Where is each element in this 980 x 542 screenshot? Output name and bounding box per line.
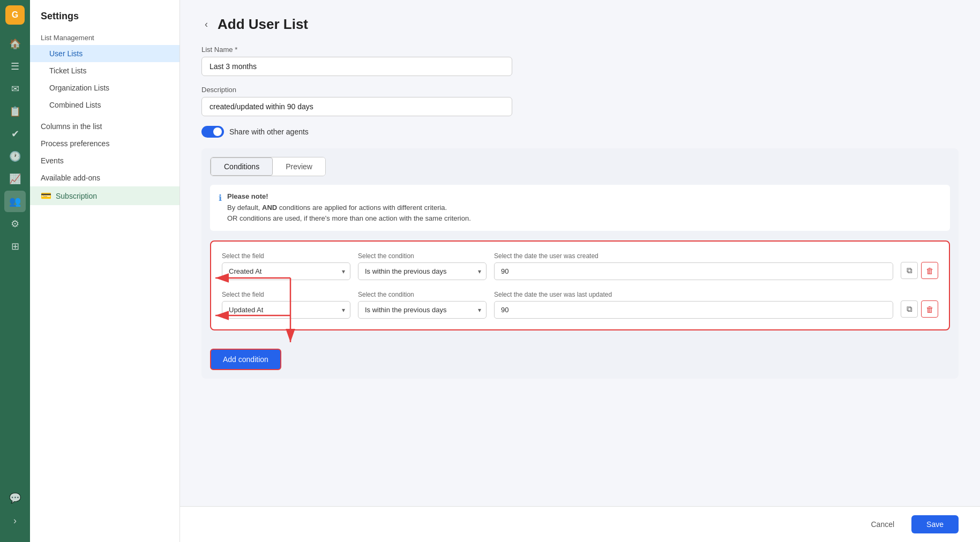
condition-row-2: Select the field Updated At Select the c… [222, 291, 938, 319]
field-group-2: Select the field Updated At [222, 291, 350, 319]
condition-select-2[interactable]: Is within the previous days [358, 301, 487, 319]
delete-btn-2[interactable]: 🗑 [921, 300, 938, 318]
condition-label-2: Select the condition [358, 291, 487, 298]
page-header: ‹ Add User List [201, 16, 959, 33]
date-input-1[interactable] [494, 262, 893, 280]
list-name-input[interactable] [201, 57, 512, 76]
main-content: ‹ Add User List List Name * Description … [180, 0, 980, 506]
list-name-label: List Name * [201, 46, 959, 54]
sidebar-item-process-preferences[interactable]: Process preferences [30, 135, 179, 152]
note-box: ℹ Please note! By default, AND condition… [210, 185, 950, 231]
field-label-1: Select the field [222, 252, 350, 260]
sidebar-item-organization-lists[interactable]: Organization Lists [30, 79, 179, 96]
note-title: Please note! [227, 192, 471, 200]
share-toggle[interactable] [201, 126, 224, 138]
condition-row-1: Select the field Created At Select the c… [222, 252, 938, 280]
condition-group-1: Select the condition Is within the previ… [358, 252, 487, 280]
nav-home-btn[interactable]: 🏠 [4, 33, 26, 55]
sidebar-item-subscription[interactable]: 💳 Subscription [30, 186, 179, 205]
sidebar-item-columns[interactable]: Columns in the list [30, 118, 179, 135]
back-button[interactable]: ‹ [201, 18, 211, 31]
copy-btn-2[interactable]: ⧉ [901, 300, 918, 318]
nav-chart-btn[interactable]: 📈 [4, 168, 26, 190]
share-label: Share with other agents [229, 127, 309, 136]
nav-chat-btn[interactable]: 💬 [4, 487, 26, 509]
condition-group-2: Select the condition Is within the previ… [358, 291, 487, 319]
footer: Cancel Save [180, 506, 980, 542]
row2-actions: ⧉ 🗑 [901, 300, 938, 319]
nav-clock-btn[interactable]: 🕐 [4, 146, 26, 167]
field-label-2: Select the field [222, 291, 350, 298]
cancel-button[interactable]: Cancel [860, 515, 905, 533]
sidebar-item-ticket-lists[interactable]: Ticket Lists [30, 62, 179, 79]
icon-bar: G 🏠 ☰ ✉ 📋 ✔ 🕐 📈 👥 ⚙ ⊞ 💬 › [0, 0, 30, 542]
subscription-icon: 💳 [41, 191, 51, 201]
date-label-2: Select the date the user was last update… [494, 291, 893, 298]
date-input-2[interactable] [494, 301, 893, 319]
condition-label-1: Select the condition [358, 252, 487, 260]
list-name-group: List Name * [201, 46, 959, 76]
note-line1: By default, AND conditions are applied f… [227, 202, 471, 213]
date-group-1: Select the date the user was created [494, 252, 893, 280]
main: ‹ Add User List List Name * Description … [180, 0, 980, 542]
conditions-box: Select the field Created At Select the c… [210, 240, 950, 330]
description-group: Description [201, 86, 959, 116]
app-logo: G [5, 5, 25, 25]
description-label: Description [201, 86, 959, 94]
field-select-1[interactable]: Created At [222, 262, 350, 280]
field-group-1: Select the field Created At [222, 252, 350, 280]
tab-preview[interactable]: Preview [273, 157, 325, 176]
note-line2: OR conditions are used, if there's more … [227, 213, 471, 224]
logo-icon: G [12, 10, 18, 20]
nav-inbox-btn[interactable]: ✉ [4, 78, 26, 100]
nav-settings-btn[interactable]: ⚙ [4, 213, 26, 235]
tabs-row: Conditions Preview [210, 157, 326, 176]
nav-grid-btn[interactable]: ⊞ [4, 236, 26, 257]
share-row: Share with other agents [201, 126, 959, 138]
add-condition-button[interactable]: Add condition [210, 349, 281, 370]
sidebar: Settings List Management User Lists Tick… [30, 0, 180, 542]
sidebar-section-list-management: List Management [30, 31, 179, 45]
condition-select-1[interactable]: Is within the previous days [358, 262, 487, 280]
nav-users-btn[interactable]: 👥 [4, 191, 26, 212]
nav-menu-btn[interactable]: ☰ [4, 56, 26, 77]
info-icon: ℹ [219, 193, 222, 223]
save-button[interactable]: Save [911, 515, 959, 533]
nav-reports-btn[interactable]: 📋 [4, 101, 26, 122]
tab-conditions[interactable]: Conditions [211, 157, 273, 176]
sidebar-item-events[interactable]: Events [30, 152, 179, 169]
sidebar-item-available-addons[interactable]: Available add-ons [30, 169, 179, 186]
sidebar-title: Settings [30, 11, 179, 31]
copy-btn-1[interactable]: ⧉ [901, 262, 918, 279]
tabs-container: Conditions Preview ℹ Please note! By def… [201, 148, 959, 379]
nav-expand-btn[interactable]: › [4, 510, 26, 531]
row1-actions: ⧉ 🗑 [901, 262, 938, 280]
sidebar-item-user-lists[interactable]: User Lists [30, 45, 179, 62]
page-title: Add User List [218, 16, 308, 33]
field-select-2[interactable]: Updated At [222, 301, 350, 319]
date-group-2: Select the date the user was last update… [494, 291, 893, 319]
description-input[interactable] [201, 97, 512, 116]
sidebar-item-combined-lists[interactable]: Combined Lists [30, 96, 179, 114]
delete-btn-1[interactable]: 🗑 [921, 262, 938, 279]
nav-tasks-btn[interactable]: ✔ [4, 123, 26, 145]
date-label-1: Select the date the user was created [494, 252, 893, 260]
